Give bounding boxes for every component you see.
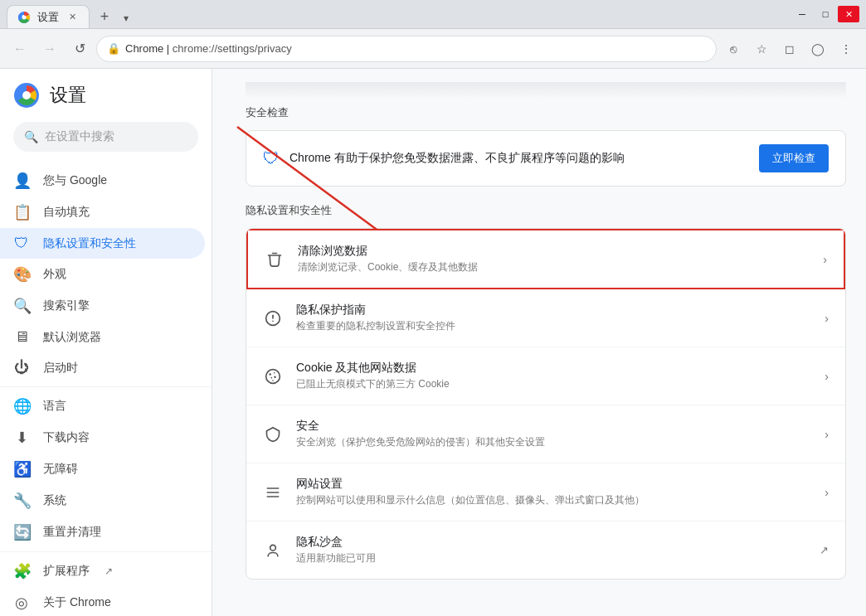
new-tab-button[interactable]: +: [93, 5, 116, 28]
sidebar-label-about: 关于 Chrome: [43, 595, 111, 610]
sidebar-item-extensions[interactable]: 🧩 扩展程序 ↗: [0, 555, 205, 587]
site-settings-title: 网站设置: [296, 477, 811, 492]
menu-button[interactable]: ⋮: [833, 36, 859, 62]
sidebar-item-reset[interactable]: 🔄 重置并清理: [0, 517, 205, 548]
cookies-arrow: ›: [825, 370, 829, 383]
address-bar[interactable]: 🔒 Chrome | chrome://settings/privacy: [96, 36, 717, 62]
tab-favicon: [17, 11, 31, 24]
sidebar-label-accessibility: 无障碍: [43, 462, 78, 477]
sidebar-label-download: 下载内容: [43, 430, 90, 445]
svg-point-11: [274, 376, 276, 378]
address-brand: Chrome: [125, 42, 163, 55]
svg-point-2: [22, 15, 27, 19]
check-now-button[interactable]: 立即检查: [759, 144, 829, 172]
svg-point-7: [266, 369, 280, 383]
profile-button[interactable]: ◯: [805, 36, 831, 62]
forward-button[interactable]: →: [36, 36, 63, 62]
privacy-sandbox-content: 隐私沙盒 适用新功能已可用: [296, 535, 806, 565]
privacy-guide-desc: 检查重要的隐私控制设置和安全控件: [296, 319, 811, 333]
sidebar-divider-1: [0, 386, 212, 387]
settings-list: 清除浏览数据 清除浏览记录、Cookie、缓存及其他数据 ›: [246, 228, 846, 580]
sidebar-label-autofill: 自动填充: [43, 205, 90, 220]
sidebar-label-google: 您与 Google: [43, 173, 107, 188]
settings-item-site-settings[interactable]: 网站设置 控制网站可以使用和显示什么信息（如位置信息、摄像头、弹出式窗口及其他）…: [246, 463, 845, 521]
settings-item-cookies[interactable]: Cookie 及其他网站数据 已阻止无痕模式下的第三方 Cookie ›: [246, 347, 845, 405]
reload-icon: ↺: [75, 41, 85, 56]
settings-item-security[interactable]: 安全 安全浏览（保护您免受危险网站的侵害）和其他安全设置 ›: [246, 405, 845, 463]
sidebar-item-about[interactable]: ◎ 关于 Chrome: [0, 587, 205, 616]
sidebar-header: 设置: [0, 69, 212, 115]
svg-point-10: [271, 376, 273, 378]
privacy-guide-title: 隐私保护指南: [296, 303, 811, 318]
tab-dropdown-btn[interactable]: ▾: [116, 8, 136, 28]
sidebar-item-accessibility[interactable]: ♿ 无障碍: [0, 454, 205, 485]
minimize-button[interactable]: ─: [791, 6, 813, 22]
sidebar-item-google[interactable]: 👤 您与 Google: [0, 165, 205, 196]
sidebar-item-autofill[interactable]: 📋 自动填充: [0, 196, 205, 228]
maximize-button[interactable]: □: [815, 6, 836, 22]
menu-icon: ⋮: [840, 42, 852, 56]
sidebar-title: 设置: [50, 83, 86, 108]
svg-point-9: [274, 372, 275, 374]
address-path: chrome://settings/privacy: [173, 42, 292, 55]
sidebar-label-language: 语言: [43, 399, 66, 414]
safety-shield-icon: 🛡: [263, 149, 280, 168]
bookmark-button[interactable]: ☆: [748, 36, 775, 62]
browser-icon: 🖥: [13, 328, 30, 346]
svg-point-13: [270, 545, 276, 551]
sidebar-item-system[interactable]: 🔧 系统: [0, 485, 205, 517]
sidebar-item-browser[interactable]: 🖥 默认浏览器: [0, 322, 205, 352]
top-fade: [246, 82, 846, 99]
privacy-icon: 🛡: [13, 235, 30, 252]
sidebar-label-browser: 默认浏览器: [43, 330, 101, 345]
tab-search-icon: ◻: [785, 42, 795, 56]
share-button[interactable]: ⎋: [720, 36, 747, 62]
tab-close-btn[interactable]: ✕: [66, 11, 79, 24]
clear-browsing-content: 清除浏览数据 清除浏览记录、Cookie、缓存及其他数据: [298, 244, 810, 274]
sidebar-item-language[interactable]: 🌐 语言: [0, 390, 205, 422]
clear-browsing-arrow: ›: [823, 253, 827, 266]
search-engine-icon: 🔍: [13, 297, 30, 315]
content-scroll: 安全检查 🛡 Chrome 有助于保护您免受数据泄露、不良扩展程序等问题的影响 …: [212, 69, 866, 613]
sidebar-label-reset: 重置并清理: [43, 525, 101, 540]
content-area: 安全检查 🛡 Chrome 有助于保护您免受数据泄露、不良扩展程序等问题的影响 …: [212, 69, 866, 616]
google-icon: 👤: [13, 172, 30, 190]
sidebar-label-startup: 启动时: [43, 361, 78, 376]
sidebar-item-appearance[interactable]: 🎨 外观: [0, 259, 205, 290]
toolbar: ← → ↺ 🔒 Chrome | chrome://settings/priva…: [0, 29, 866, 69]
language-icon: 🌐: [13, 397, 30, 415]
sidebar-label-extensions: 扩展程序: [43, 564, 90, 579]
chrome-logo: [13, 82, 40, 109]
sidebar-item-startup[interactable]: ⏻ 启动时: [0, 352, 205, 383]
site-settings-content: 网站设置 控制网站可以使用和显示什么信息（如位置信息、摄像头、弹出式窗口及其他）: [296, 477, 811, 507]
sidebar-item-download[interactable]: ⬇ 下载内容: [0, 422, 205, 454]
svg-point-12: [272, 380, 274, 381]
settings-item-privacy-guide[interactable]: 隐私保护指南 检查重要的隐私控制设置和安全控件 ›: [246, 289, 845, 347]
tab-area: 设置 ✕ + ▾: [7, 0, 139, 28]
settings-item-clear-browsing[interactable]: 清除浏览数据 清除浏览记录、Cookie、缓存及其他数据 ›: [246, 229, 845, 289]
download-icon: ⬇: [13, 429, 30, 447]
site-settings-arrow: ›: [825, 486, 829, 499]
close-button[interactable]: ✕: [838, 6, 859, 22]
back-icon: ←: [13, 41, 27, 56]
about-icon: ◎: [13, 594, 30, 612]
active-tab[interactable]: 设置 ✕: [7, 5, 90, 28]
safety-card-text: Chrome 有助于保护您免受数据泄露、不良扩展程序等问题的影响: [289, 151, 625, 166]
share-icon: ⎋: [730, 42, 737, 56]
tab-search-button[interactable]: ◻: [776, 36, 803, 62]
titlebar: 设置 ✕ + ▾ ─ □ ✕: [0, 0, 866, 29]
search-icon: 🔍: [24, 130, 38, 143]
clear-browsing-desc: 清除浏览记录、Cookie、缓存及其他数据: [298, 260, 810, 274]
reload-button[interactable]: ↺: [66, 36, 93, 62]
search-box[interactable]: 🔍 在设置中搜索: [13, 122, 198, 152]
window-controls: ─ □ ✕: [791, 6, 859, 22]
sidebar-item-search[interactable]: 🔍 搜索引擎: [0, 290, 205, 322]
sidebar-item-privacy[interactable]: 🛡 隐私设置和安全性: [0, 228, 205, 259]
privacy-sandbox-icon: [263, 541, 283, 560]
bookmark-icon: ☆: [757, 42, 767, 56]
back-button[interactable]: ←: [7, 36, 33, 62]
lock-icon: 🔒: [107, 42, 120, 55]
privacy-sandbox-arrow: ↗: [820, 544, 829, 556]
search-placeholder: 在设置中搜索: [45, 129, 114, 144]
settings-item-privacy-sandbox[interactable]: 隐私沙盒 适用新功能已可用 ↗: [246, 521, 845, 579]
